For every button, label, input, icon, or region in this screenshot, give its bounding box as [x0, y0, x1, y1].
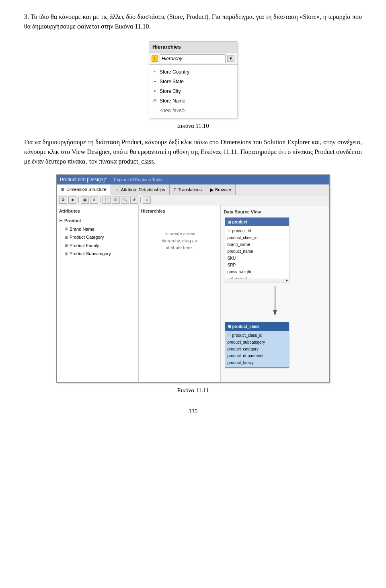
- field-srp: SRP: [228, 262, 236, 268]
- product-table-body: ⬡ product_id product_class_id brand_name…: [225, 226, 289, 279]
- level-icon-none: [152, 107, 157, 113]
- table-field: ⬡ product_class_id: [225, 332, 289, 339]
- designer-tab-bar: ⚙ Dimension Structure ↔ Attribute Relati…: [57, 184, 329, 195]
- field-gross-weight: gross_weight: [228, 269, 251, 275]
- toolbar-btn-5[interactable]: ⬚: [103, 197, 111, 204]
- list-item: •• Store State: [149, 77, 237, 86]
- designer-title: Product.dim [Design]*: [60, 176, 107, 183]
- warning-icon: !: [152, 55, 158, 62]
- store-country-label: Store Country: [160, 68, 189, 76]
- paragraph-1: 3. Το ίδιο θα κάνουμε και με τις άλλες δ…: [24, 12, 362, 31]
- toolbar-btn-4[interactable]: ✕: [90, 197, 98, 204]
- hierarchies-panel-header: Hierarchies: [141, 208, 218, 215]
- field-net-weight: net_weight: [228, 276, 247, 279]
- figure-1011-caption: Εικόνα 11.11: [177, 386, 209, 395]
- attributes-panel: Attributes ✂ Product ⊞ Brand Name ⊞ Prod…: [57, 205, 139, 382]
- hierarchies-toolbar: ! Hierarchy ▼: [149, 53, 237, 65]
- attr-brand-name: ⊞ Brand Name: [59, 225, 136, 234]
- product-class-table-body: ⬡ product_class_id product_subcategory p…: [225, 331, 289, 367]
- table-field: product_department: [225, 352, 289, 359]
- datasource-panel-header: Data Source View: [224, 209, 326, 215]
- level-icon-dot: •: [152, 69, 157, 75]
- toolbar-btn-8[interactable]: ↺: [130, 197, 138, 204]
- figure-1010-caption: Εικόνα 11.10: [177, 121, 209, 131]
- table-field: SKU: [225, 255, 289, 262]
- table-field: product_category: [225, 346, 289, 352]
- attr-product-category: ⊞ Product Category: [59, 233, 136, 242]
- key-icon-2: ⬡: [228, 332, 231, 338]
- toolbar-sep-3: [140, 197, 141, 203]
- figure-1010: Hierarchies ! Hierarchy ▼ • Store Countr…: [24, 41, 362, 130]
- field-pc-family: product_family: [228, 360, 254, 366]
- key-icon: ⬡: [228, 228, 231, 234]
- datasource-panel: Data Source View ⊞ product ⬡ product_id …: [221, 205, 329, 382]
- attr-icon-1: ⊞: [65, 226, 68, 232]
- tab-dimension-structure[interactable]: ⚙ Dimension Structure: [57, 184, 111, 195]
- attr-product-category-label: Product Category: [70, 234, 104, 241]
- product-dim-designer: Product.dim [Design]* Explore AllRegions…: [56, 174, 330, 383]
- field-pc-subcat: product_subcategory: [228, 339, 265, 345]
- level-icon-cross: ✦: [152, 88, 157, 94]
- designer-main-area: Attributes ✂ Product ⊞ Brand Name ⊞ Prod…: [57, 205, 329, 382]
- table-field: product_subcategory: [225, 339, 289, 346]
- table-field: brand_name: [225, 241, 289, 248]
- product-table-header: ⊞ product: [225, 218, 289, 226]
- explore-tab-label[interactable]: Explore AllRegions Table: [114, 176, 162, 183]
- list-item: <new level>: [149, 106, 237, 115]
- paragraph-4: Για να δημιουργήσουμε τη διάσταση Produc…: [24, 137, 362, 166]
- dropdown-btn[interactable]: ▼: [227, 55, 234, 62]
- tab-attr-icon: ↔: [115, 186, 119, 193]
- toolbar-btn-3[interactable]: ▦: [81, 197, 89, 204]
- hierarchies-dialog: Hierarchies ! Hierarchy ▼ • Store Countr…: [149, 41, 237, 118]
- table-class-icon: ⊞: [228, 324, 231, 330]
- attr-icon-3: ⊞: [65, 242, 68, 248]
- tab-trans-icon: T: [174, 186, 177, 193]
- level-icon-dot2: ••: [152, 79, 157, 84]
- tab-trans-label: Translations: [178, 186, 202, 193]
- tab-translations[interactable]: T Translations: [170, 184, 206, 195]
- hierarchies-panel: Hierarchies To create a newhierarchy, dr…: [139, 205, 221, 382]
- toolbar-btn-6[interactable]: ⊡: [112, 197, 120, 204]
- page-number: 335: [24, 407, 362, 416]
- attr-icon-2: ⊞: [65, 234, 68, 240]
- field-pc-dept: product_department: [228, 353, 264, 359]
- toolbar-btn-2[interactable]: ◈: [68, 197, 76, 204]
- designer-title-bar: Product.dim [Design]* Explore AllRegions…: [57, 175, 329, 184]
- toolbar-sep-1: [78, 197, 79, 203]
- toolbar-btn-9[interactable]: ≡: [143, 197, 151, 204]
- attr-product-subcategory: ⊞ Product Subcategory: [59, 250, 136, 258]
- toolbar-btn-1[interactable]: ⚙: [59, 197, 67, 204]
- product-folder: ✂ Product: [59, 217, 136, 225]
- field-pc-id: product_class_id: [232, 332, 263, 338]
- attr-product-family-label: Product Family: [70, 242, 99, 249]
- tab-browser[interactable]: ▶ Browser: [206, 184, 236, 195]
- store-name-label: Store Name: [160, 97, 185, 104]
- table-field: SRP: [225, 262, 289, 268]
- hierarchy-name-field[interactable]: Hierarchy: [160, 54, 226, 63]
- product-table-scrollbar[interactable]: ▾: [225, 279, 289, 282]
- toolbar-btn-7[interactable]: 🔍: [121, 197, 129, 204]
- figure-1011: Product.dim [Design]* Explore AllRegions…: [24, 174, 362, 395]
- tab-browser-icon: ▶: [210, 186, 214, 193]
- product-class-table-header: ⊞ product_class: [225, 322, 289, 331]
- field-product-id: product_id: [232, 228, 251, 234]
- field-product-name: product_name: [228, 248, 253, 254]
- hierarchies-title: Hierarchies: [149, 41, 237, 53]
- list-item: ⊞ Store Name: [149, 96, 237, 106]
- designer-toolbar: ⚙ ◈ ▦ ✕ ⬚ ⊡ 🔍 ↺ ≡: [57, 195, 329, 205]
- attr-brand-name-label: Brand Name: [70, 226, 94, 233]
- list-item: ✦ Store City: [149, 86, 237, 96]
- store-city-label: Store City: [160, 88, 181, 95]
- folder-icon: ✂: [59, 217, 63, 224]
- product-class-table-name: product_class: [232, 324, 260, 330]
- table-field: ⬡ product_id: [225, 227, 289, 234]
- new-level-label: <new level>: [160, 107, 185, 114]
- attr-icon-4: ⊞: [65, 251, 68, 257]
- tab-browser-label: Browser: [215, 186, 231, 193]
- table-icon: ⊞: [228, 219, 231, 225]
- hierarchy-placeholder-text: To create a newhierarchy, drag anattribu…: [141, 230, 218, 252]
- attr-product-family: ⊞ Product Family: [59, 242, 136, 250]
- tab-attribute-relationships[interactable]: ↔ Attribute Relationships: [111, 184, 170, 195]
- svg-marker-1: [273, 310, 277, 316]
- tab-attr-label: Attribute Relationships: [121, 186, 165, 193]
